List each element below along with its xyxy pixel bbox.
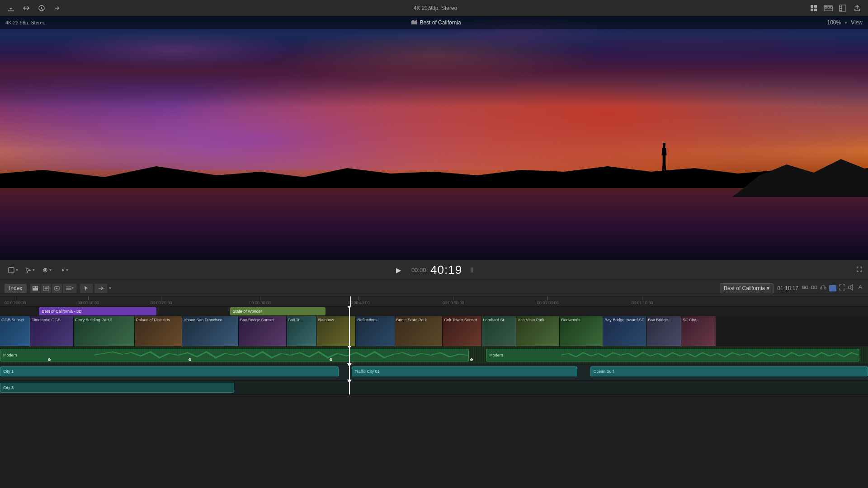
playhead-audio2 (349, 364, 350, 380)
clip-label: Rainbow (318, 318, 354, 322)
clip-view-button[interactable] (30, 284, 40, 293)
clip-timelapse-ggb[interactable]: Timelapse GGB (30, 316, 74, 346)
audio-clip-modern-2[interactable]: Modern (486, 349, 859, 361)
grid-view-icon[interactable] (808, 3, 819, 14)
zoom-in-tool[interactable] (802, 284, 808, 292)
clip-colt-tower-sunset[interactable]: Colt Tower Sunset (443, 316, 481, 346)
audio-tool[interactable] (820, 284, 826, 292)
timeline-tracks[interactable]: Best of California - 3D State of Wonder … (0, 306, 868, 488)
clip-ferry-building[interactable]: Ferry Building Part 2 (74, 316, 134, 346)
toolbar-left (5, 3, 62, 14)
filmstrip-view-icon[interactable] (823, 3, 834, 14)
zoom-out-icon (811, 284, 817, 291)
audio-track-modern: Modern Modern (0, 346, 868, 364)
clip-label: Timelapse GGB (32, 318, 72, 322)
clip-rainbow[interactable]: Rainbow (317, 316, 356, 346)
waveform-svg (561, 350, 859, 360)
expand-button[interactable] (856, 266, 863, 274)
svg-point-22 (45, 269, 46, 271)
clip-label: Bay Bridge toward SF (604, 318, 645, 322)
clip-palace-fine-arts[interactable]: Palace of Fine Arts (135, 316, 183, 346)
clip-view-icon (33, 286, 38, 291)
clip-alta-vista-park[interactable]: Alta Vista Park (516, 316, 560, 346)
zoom-level[interactable]: 100% (827, 19, 841, 26)
clip-label: Reflections (357, 318, 393, 322)
color-tool[interactable] (829, 285, 836, 291)
clip-sf-city[interactable]: SF City... (681, 316, 716, 346)
select-tool[interactable]: ▾ (23, 266, 37, 275)
audio-clip-city1[interactable]: City 1 (0, 366, 339, 376)
svg-rect-0 (8, 10, 14, 11)
solo-icon (857, 284, 863, 291)
ruler-mark-20s: 00:00:20:00 (151, 296, 172, 305)
clip-lombard-st[interactable]: Lombard St. (482, 316, 517, 346)
ruler-mark-1m10s: 00:01:10:00 (632, 296, 653, 305)
keyword-icon[interactable] (21, 3, 32, 14)
empty-track-area (716, 316, 868, 346)
audio-clip-traffic-city[interactable]: Traffic City 01 (352, 366, 577, 376)
ruler-label: 00:00:50:00 (443, 300, 464, 305)
audio-clip-label: Traffic City 01 (355, 369, 380, 374)
overlay-clip-label: Best of California - 3D (42, 309, 81, 314)
svg-rect-40 (811, 286, 814, 289)
cursor-tool-button[interactable] (80, 284, 93, 293)
audio-clip-city3[interactable]: City 3 (0, 383, 234, 393)
ruler-mark-40s: 00:00:40:00 (348, 296, 370, 305)
inspector-view-icon[interactable] (837, 3, 848, 14)
clip-bay-bridge-toward-sf[interactable]: Bay Bridge toward SF (603, 316, 646, 346)
ruler-tick (642, 296, 642, 300)
arrow-chevron: ▾ (109, 286, 111, 291)
ruler-tick (547, 296, 548, 300)
audio-view-button[interactable] (41, 284, 51, 293)
keyframe-dot[interactable] (48, 358, 51, 361)
project-select[interactable]: Best of California ▾ (720, 283, 774, 293)
arrow-tool-button[interactable] (94, 284, 107, 293)
arrow-select[interactable]: ▾ (57, 266, 71, 275)
view-button[interactable]: View (851, 19, 863, 26)
pause-indicator[interactable]: ⏸ (468, 266, 476, 274)
import-icon[interactable] (5, 3, 16, 14)
clip-label: Above San Francisco (184, 318, 237, 322)
format-label: 4K 23.98p, Stereo (414, 5, 458, 11)
blade-tool[interactable]: ▾ (5, 265, 20, 275)
svg-rect-25 (36, 286, 38, 288)
svg-rect-44 (849, 286, 850, 289)
ruler-tick (260, 296, 260, 300)
zoom-out-tool[interactable] (811, 284, 817, 292)
viewer-controls-right: 100% ▾ View (827, 19, 863, 26)
ruler-tick (359, 296, 359, 300)
play-button[interactable]: ▶ (392, 264, 405, 277)
share-icon[interactable] (852, 3, 863, 14)
transform-icon (42, 267, 48, 273)
clip-coit[interactable]: Coit To... (287, 316, 317, 346)
clip-ggb-sunset[interactable]: GGB Sunset (0, 316, 30, 346)
clouds (0, 16, 868, 129)
svg-rect-8 (828, 6, 830, 8)
arrow-icon (59, 267, 65, 273)
view-options-button[interactable]: ▾ (63, 284, 76, 293)
transfer-icon[interactable] (52, 3, 62, 14)
clip-above-sf[interactable]: Above San Francisco (182, 316, 239, 346)
keyframe-dot[interactable] (470, 358, 473, 361)
solo-tool[interactable] (857, 284, 863, 292)
overlay-clip-best-of-ca[interactable]: Best of California - 3D (39, 307, 156, 315)
clip-reflections[interactable]: Reflections (356, 316, 395, 346)
clip-redwoods[interactable]: Redwoods (560, 316, 603, 346)
review-icon[interactable] (36, 3, 47, 14)
clip-bay-bridge-sunset[interactable]: Bay Bridge Sunset (239, 316, 287, 346)
mute-tool[interactable] (848, 284, 854, 292)
svg-rect-9 (830, 6, 832, 8)
ruler-mark-0: 00:00:00:00 (5, 296, 26, 305)
clip-label: Colt Tower Sunset (444, 318, 480, 322)
zoom-fit-button[interactable] (52, 284, 62, 293)
clip-bodie-state-park[interactable]: Bodie State Park (395, 316, 443, 346)
keyframe-dot[interactable] (330, 358, 332, 361)
clip-bay-bridge-2[interactable]: Bay Bridge... (646, 316, 681, 346)
index-button[interactable]: Index (5, 284, 27, 293)
audio-clip-ocean-surf[interactable]: Ocean Surf (590, 366, 868, 376)
viewer-project-name: Best of California (420, 19, 461, 26)
transform-tool[interactable]: ▾ (40, 266, 54, 275)
fit-tool[interactable] (839, 284, 845, 292)
overlay-clip-state-of-wonder[interactable]: State of Wonder (230, 307, 326, 315)
clip-label: Ferry Building Part 2 (75, 318, 132, 322)
